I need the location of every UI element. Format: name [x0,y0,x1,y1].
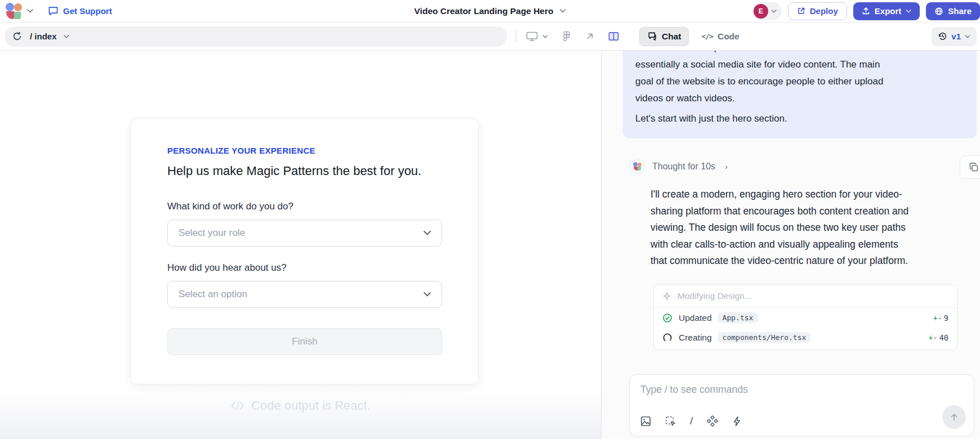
external-link-icon [797,7,805,15]
header-left: Get Support [0,3,112,19]
chat-tab-label: Chat [662,32,681,42]
project-title-group[interactable]: Video Creator Landing Page Hero [415,6,566,16]
magic-patterns-logo[interactable] [6,3,22,19]
get-support-link[interactable]: Get Support [48,6,112,16]
role-select-placeholder: Select your role [179,227,245,239]
file-action: Updated [679,313,712,323]
preview-toolbar: / index Chat </> Co [0,23,980,51]
slash-command-icon[interactable]: / [690,415,693,427]
source-select-placeholder: Select an option [179,289,247,300]
project-title: Video Creator Landing Page Hero [415,6,554,16]
version-selector[interactable]: v1 [932,27,977,46]
export-chevron-down-icon [906,10,911,13]
refresh-icon[interactable] [12,32,22,41]
top-header: Get Support Video Creator Landing Page H… [0,0,980,23]
build-status-card: Modifying Design... Updated App.tsx + - … [653,284,957,350]
question1-label: What kind of work do you do? [167,201,442,212]
file-action: Creating [679,333,712,343]
workspace-chevron-down-icon[interactable] [27,9,33,13]
build-status-title: Modifying Design... [678,291,752,301]
arrow-up-icon [949,412,959,422]
assistant-message: I'll create a modern, engaging hero sect… [651,186,977,270]
thought-expand-chevron[interactable]: › [725,162,728,171]
assistant-avatar [630,159,645,174]
avatar: E [754,4,768,19]
user-message-bubble: that lets creators upload and share thei… [623,51,977,138]
chat-panel: that lets creators upload and share thei… [602,51,980,439]
version-chevron-down-icon [965,35,970,38]
diff-plus: + [933,313,938,322]
diff-minus: - [933,333,938,342]
chat-input[interactable] [640,384,929,396]
source-select-chevron-down-icon [424,292,431,297]
route-chevron-down-icon[interactable] [64,35,69,38]
tab-chat[interactable]: Chat [639,27,689,46]
card-eyebrow: PERSONALIZE YOUR EXPERIENCE [167,146,442,155]
device-chevron-down-icon[interactable] [542,35,548,38]
diff-count: 40 [939,333,948,342]
copy-message-button[interactable] [960,155,980,179]
route-bar[interactable]: / index [5,26,507,47]
assistant-line: viewing. The design will focus on these … [651,220,977,236]
user-message-line: essentially a social media site for vide… [635,56,964,73]
share-button[interactable]: Share [926,2,980,20]
build-status-header: Modifying Design... [654,285,957,308]
diff-counts: + - 40 [928,333,948,342]
file-row-creating[interactable]: Creating components/Hero.tsx + - 40 [654,328,957,350]
deploy-label: Deploy [810,6,838,16]
select-area-icon[interactable] [665,416,676,427]
code-output-note: Code output is React. [0,388,601,439]
user-message-line-clipped: that lets creators upload and share thei… [635,51,964,56]
thought-row[interactable]: Thought for 10s › [630,159,980,174]
code-output-text: Code output is React. [251,398,371,413]
device-preview-button[interactable] [526,31,538,42]
export-label: Export [875,6,902,16]
file-row-updated[interactable]: Updated App.tsx + - 9 [654,308,957,328]
chat-tab-icon [647,32,657,41]
route-path: / index [30,32,57,41]
diff-plus: + [928,333,933,342]
diff-counts: + - 9 [933,313,948,322]
tab-code[interactable]: </> Code [701,32,739,42]
card-heading: Help us make Magic Patterns the best for… [167,164,442,178]
main-content: PERSONALIZE YOUR EXPERIENCE Help us make… [0,51,980,439]
title-chevron-down-icon[interactable] [559,9,565,13]
toolbar-divider [516,30,516,43]
finish-button[interactable]: Finish [167,328,442,355]
copy-icon [969,162,979,172]
code-tab-label: Code [718,32,740,42]
figma-icon[interactable] [563,31,571,42]
account-menu[interactable]: E [752,2,782,20]
user-message-line: videos or watch videos. [635,90,964,107]
globe-icon [934,7,943,16]
history-icon [938,32,947,41]
magic-patterns-logo-mini [633,162,642,171]
upload-icon [862,7,870,15]
chat-input-card: / [629,374,974,436]
get-support-label: Get Support [63,6,112,16]
share-label: Share [948,6,972,16]
personalize-card: PERSONALIZE YOUR EXPERIENCE Help us make… [131,118,479,384]
role-select-chevron-down-icon [424,231,431,235]
file-name-chip: components/Hero.tsx [718,332,811,343]
send-button[interactable] [942,405,966,429]
version-label: v1 [951,32,961,41]
thought-label: Thought for 10s [652,162,715,172]
image-icon[interactable] [640,416,651,427]
diff-count: 9 [944,313,948,322]
role-select[interactable]: Select your role [167,220,442,247]
components-icon[interactable] [707,415,718,427]
assistant-line: with clear calls-to-action and visually … [651,236,977,253]
split-view-icon[interactable] [608,32,619,41]
open-in-new-icon[interactable] [585,32,595,41]
spinner-icon [662,333,672,343]
export-button[interactable]: Export [853,2,920,20]
deploy-button[interactable]: Deploy [788,2,847,20]
account-chevron-down-icon [771,10,777,13]
preview-panel: PERSONALIZE YOUR EXPERIENCE Help us make… [0,51,602,439]
file-name-chip: App.tsx [718,312,758,323]
source-select[interactable]: Select an option [167,281,442,308]
chat-bubble-icon [48,6,59,16]
lightning-icon[interactable] [732,416,742,427]
user-message-line: goal of the website is to encourage peop… [635,73,964,90]
